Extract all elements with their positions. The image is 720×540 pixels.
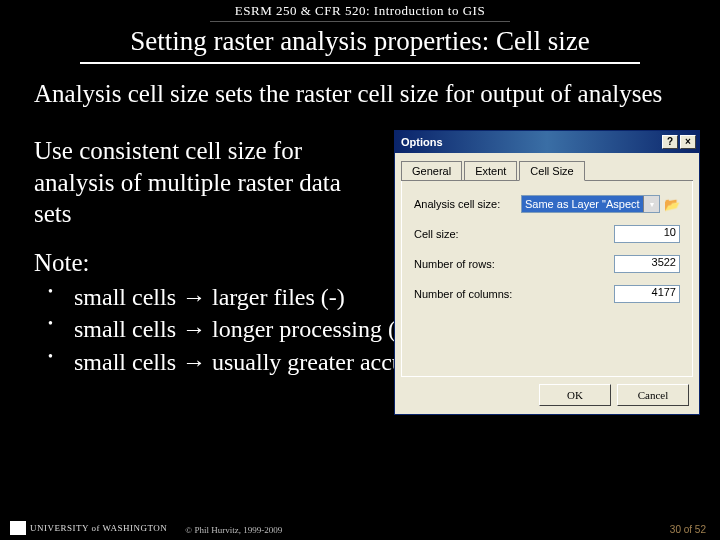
rows-row: Number of rows: 3522 [414,255,680,273]
tab-cell-size[interactable]: Cell Size [519,161,584,181]
dialog-titlebar[interactable]: Options ? × [395,131,699,153]
cancel-button[interactable]: Cancel [617,384,689,406]
slide-title: Setting raster analysis properties: Cell… [0,26,720,57]
footer: UNIVERSITY of WASHINGTON © Phil Hurvitz,… [0,521,720,535]
tab-panel: Analysis cell size: Same as Layer "Aspec… [401,181,693,377]
slide: ESRM 250 & CFR 520: Introduction to GIS … [0,0,720,540]
rows-label: Number of rows: [414,258,521,270]
dialog-button-row: OK Cancel [539,384,689,406]
copyright: © Phil Hurvitz, 1999-2009 [185,525,282,535]
tab-strip: General Extent Cell Size [401,161,693,181]
page-number: 30 of 52 [670,524,706,535]
dialog-title: Options [401,136,443,148]
analysis-cell-size-label: Analysis cell size: [414,198,521,210]
tab-general[interactable]: General [401,161,462,180]
help-button[interactable]: ? [662,135,678,149]
rows-input[interactable]: 3522 [614,255,680,273]
uw-logo-text: UNIVERSITY of WASHINGTON [30,523,167,533]
ok-button[interactable]: OK [539,384,611,406]
options-dialog: Options ? × General Extent Cell Size Ana… [394,130,700,415]
open-file-icon[interactable]: 📂 [664,197,680,212]
paragraph-2: Use consistent cell size for analysis of… [34,135,354,229]
title-block: Setting raster analysis properties: Cell… [0,26,720,64]
cols-row: Number of columns: 4177 [414,285,680,303]
tab-extent[interactable]: Extent [464,161,517,180]
paragraph-1: Analysis cell size sets the raster cell … [34,78,686,109]
analysis-cell-size-value: Same as Layer "Aspect of [525,198,652,210]
uw-logo-mark [10,521,26,535]
cols-input[interactable]: 4177 [614,285,680,303]
analysis-cell-size-select[interactable]: Same as Layer "Aspect of ▾ [521,195,660,213]
cellsize-row: Cell size: 10 [414,225,680,243]
close-button[interactable]: × [680,135,696,149]
chevron-down-icon[interactable]: ▾ [643,196,659,212]
analysis-cell-size-row: Analysis cell size: Same as Layer "Aspec… [414,195,680,213]
uw-logo: UNIVERSITY of WASHINGTON [10,521,167,535]
dialog-client: General Extent Cell Size Analysis cell s… [395,153,699,383]
cols-label: Number of columns: [414,288,521,300]
cellsize-input[interactable]: 10 [614,225,680,243]
course-header: ESRM 250 & CFR 520: Introduction to GIS [0,0,720,19]
course-header-rule [210,21,510,22]
cellsize-label: Cell size: [414,228,521,240]
